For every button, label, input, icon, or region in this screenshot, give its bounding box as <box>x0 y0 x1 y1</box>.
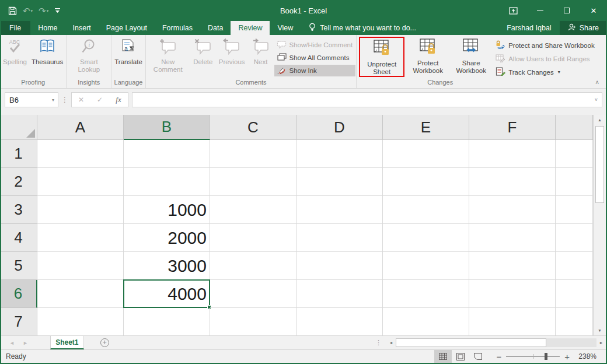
tab-formulas[interactable]: Formulas <box>155 21 200 35</box>
cell-D5[interactable] <box>296 252 383 280</box>
cell-D2[interactable] <box>296 168 383 196</box>
cell-partial-1[interactable] <box>556 140 593 168</box>
delete-comment-button[interactable]: Delete <box>190 37 217 66</box>
share-workbook-button[interactable]: Share Workbook <box>449 37 493 75</box>
thesaurus-button[interactable]: Thesaurus <box>29 37 65 66</box>
protect-workbook-button[interactable]: Protect Workbook <box>406 37 449 75</box>
cell-A1[interactable] <box>37 140 124 168</box>
close-button[interactable]: ✕ <box>580 0 607 21</box>
cell-C2[interactable] <box>210 168 296 196</box>
row-header-7[interactable]: 7 <box>0 308 37 335</box>
cell-F3[interactable] <box>469 196 556 224</box>
tab-scrollbar-splitter[interactable]: ⋮ <box>371 336 386 349</box>
undo-icon[interactable]: ↶▾ <box>23 6 33 15</box>
cancel-button[interactable]: ✕ <box>72 96 90 104</box>
cell-B5[interactable]: 3000 <box>124 252 210 280</box>
show-ink-button[interactable]: Show Ink <box>274 65 356 76</box>
unprotect-sheet-button[interactable]: Unprotect Sheet <box>360 38 403 76</box>
tab-data[interactable]: Data <box>200 21 231 35</box>
vertical-scrollbar-thumb[interactable] <box>595 126 604 203</box>
cell-A2[interactable] <box>37 168 124 196</box>
row-header-6[interactable]: 6 <box>0 280 37 308</box>
row-header-2[interactable]: 2 <box>0 168 37 196</box>
insert-function-button[interactable]: fx <box>109 95 128 104</box>
show-all-comments-button[interactable]: Show All Comments <box>274 52 356 64</box>
cell-partial-4[interactable] <box>556 224 593 252</box>
cell-F6[interactable] <box>469 280 556 308</box>
previous-sheet-icon[interactable]: ◄ <box>9 340 15 346</box>
horizontal-scrollbar-track[interactable] <box>396 338 596 347</box>
select-all-corner[interactable] <box>0 115 37 140</box>
share-button[interactable]: Share <box>560 21 607 35</box>
sheet-tab-sheet1[interactable]: Sheet1 <box>50 336 84 349</box>
user-name[interactable]: Farshad Iqbal <box>498 21 559 35</box>
cell-partial-6[interactable] <box>556 280 593 308</box>
cell-D6[interactable] <box>296 280 383 308</box>
cell-B4[interactable]: 2000 <box>124 224 210 252</box>
cell-C7[interactable] <box>210 308 296 335</box>
previous-comment-button[interactable]: Previous <box>217 37 247 66</box>
scroll-down-icon[interactable]: ▼ <box>594 326 606 335</box>
cell-F2[interactable] <box>469 168 556 196</box>
name-box-dropdown-icon[interactable]: ▾ <box>52 97 58 103</box>
cell-D1[interactable] <box>296 140 383 168</box>
cell-D7[interactable] <box>296 308 383 335</box>
name-box[interactable]: ▾ <box>5 92 58 107</box>
cell-B2[interactable] <box>124 168 210 196</box>
column-header-F[interactable]: F <box>469 115 556 140</box>
cell-A7[interactable] <box>37 308 124 335</box>
scroll-left-icon[interactable]: ◄ <box>386 341 396 345</box>
cell-B1[interactable] <box>124 140 210 168</box>
cell-C3[interactable] <box>210 196 296 224</box>
row-header-4[interactable]: 4 <box>0 224 37 252</box>
formula-bar-splitter[interactable]: ⋮ <box>58 92 71 107</box>
tab-home[interactable]: Home <box>30 21 65 35</box>
cell-E3[interactable] <box>383 196 469 224</box>
maximize-button[interactable] <box>553 0 580 21</box>
zoom-out-icon[interactable]: − <box>496 352 501 361</box>
column-header-A[interactable]: A <box>37 115 124 140</box>
vertical-scrollbar[interactable]: ▲ ▼ <box>593 115 606 335</box>
column-header-C[interactable]: C <box>210 115 296 140</box>
name-box-input[interactable] <box>5 96 40 104</box>
row-header-5[interactable]: 5 <box>0 252 37 280</box>
collapse-ribbon-icon[interactable]: ˄ <box>595 79 599 86</box>
cell-partial-7[interactable] <box>556 308 593 335</box>
expand-formula-bar-icon[interactable]: ˅ <box>595 97 602 103</box>
row-header-3[interactable]: 3 <box>0 196 37 224</box>
cell-A4[interactable] <box>37 224 124 252</box>
next-sheet-icon[interactable]: ► <box>23 340 28 346</box>
cell-C5[interactable] <box>210 252 296 280</box>
enter-button[interactable]: ✓ <box>90 96 109 104</box>
new-sheet-button[interactable]: + <box>100 336 109 349</box>
page-layout-view-button[interactable] <box>452 350 469 363</box>
cell-partial-3[interactable] <box>556 196 593 224</box>
smart-lookup-button[interactable]: i Smart Lookup <box>67 37 110 74</box>
formula-input[interactable] <box>132 96 595 104</box>
cell-B7[interactable] <box>124 308 210 335</box>
row-header-1[interactable]: 1 <box>0 140 37 168</box>
zoom-in-icon[interactable]: + <box>564 352 570 361</box>
allow-users-to-edit-ranges-button[interactable]: Allow Users to Edit Ranges <box>493 52 597 65</box>
cell-A6[interactable] <box>37 280 124 308</box>
zoom-level[interactable]: 238% <box>574 352 599 360</box>
page-break-preview-button[interactable] <box>469 350 487 363</box>
cell-partial-2[interactable] <box>556 168 593 196</box>
show-hide-comment-button[interactable]: Show/Hide Comment <box>274 39 356 51</box>
cell-C1[interactable] <box>210 140 296 168</box>
horizontal-scrollbar-thumb[interactable] <box>396 338 546 347</box>
column-header-B[interactable]: B <box>124 115 210 140</box>
cell-F1[interactable] <box>469 140 556 168</box>
cell-D4[interactable] <box>296 224 383 252</box>
scroll-right-icon[interactable]: ► <box>596 341 606 345</box>
cell-E6[interactable] <box>383 280 469 308</box>
cell-E5[interactable] <box>383 252 469 280</box>
protect-and-share-workbook-button[interactable]: Protect and Share Workbook <box>493 39 597 51</box>
zoom-slider-handle[interactable] <box>545 353 547 360</box>
cell-E2[interactable] <box>383 168 469 196</box>
tab-insert[interactable]: Insert <box>65 21 99 35</box>
translate-button[interactable]: a Translate <box>112 37 145 66</box>
cell-F5[interactable] <box>469 252 556 280</box>
tell-me-box[interactable]: Tell me what you want to do... <box>309 21 416 35</box>
cell-F4[interactable] <box>469 224 556 252</box>
